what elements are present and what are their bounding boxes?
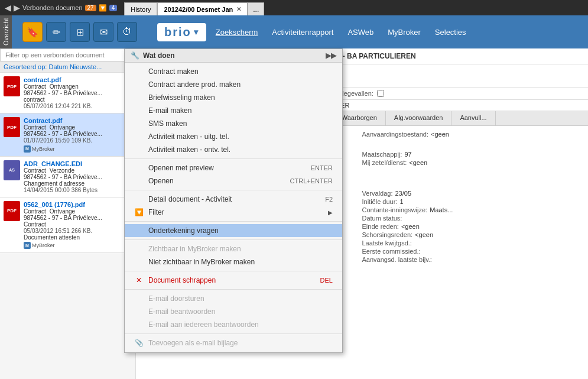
count-badge: 27 bbox=[85, 5, 96, 11]
context-section-6: ✕ Document schrappen DEL bbox=[125, 271, 342, 290]
mybroker-badge: M MyBroker bbox=[24, 242, 55, 249]
list-item[interactable]: AS ADR_CHANGE.EDI Contract Verzonde 9874… bbox=[0, 157, 135, 197]
mybroker-icon: M bbox=[24, 242, 31, 249]
context-section-7: E-mail doorsturen E-mail beantwoorden E-… bbox=[125, 290, 342, 334]
context-item-bijlage: 📎 Toevoegen als e-mail bijlage bbox=[125, 336, 342, 349]
overzicht-label: Overzicht bbox=[0, 15, 12, 48]
mail-button[interactable]: ✉ bbox=[93, 22, 113, 42]
doc-filename: contract.pdf bbox=[24, 76, 132, 83]
context-section-2: Openen met preview ENTER Openen CTRL+ENT… bbox=[125, 159, 342, 190]
field-aanvangsd: Aanvangsd. laatste bijv.: bbox=[362, 256, 581, 263]
pdf-icon: PDF bbox=[4, 76, 20, 96]
context-item-niet-zichtbaar[interactable]: Niet zichtbaar in MyBroker maken bbox=[125, 255, 342, 268]
forward-icon[interactable]: ▶ bbox=[14, 3, 20, 12]
tab-history[interactable]: History bbox=[124, 2, 157, 15]
field-vervaldag: Vervaldag: 23/05 bbox=[362, 190, 581, 197]
pdf-icon: PDF bbox=[4, 117, 20, 137]
field-laatste-kwijtgsd: Laatste kwijtgsd.: bbox=[362, 239, 581, 247]
context-menu: 🔧 Wat doen ▶▶ Contract maken Contract an… bbox=[124, 48, 343, 353]
context-item-contract-andere[interactable]: Contract andere prod. maken bbox=[125, 78, 342, 91]
context-item-zichtbaar: Zichtbaar in MyBroker maken bbox=[125, 242, 342, 255]
document-list: PDF contract.pdf Contract Ontvangen 9874… bbox=[0, 73, 135, 379]
tab-contract[interactable]: 201242/00 Desmet Jan ✕ bbox=[157, 2, 248, 15]
context-item-filter[interactable]: 🔽 Filter ▶ bbox=[125, 206, 342, 219]
edi-icon: AS bbox=[4, 160, 20, 180]
context-item-sms[interactable]: SMS maken bbox=[125, 117, 342, 130]
mybroker-icon: M bbox=[24, 145, 31, 153]
context-item-activiteit-ontv[interactable]: Activiteit maken - ontv. tel. bbox=[125, 143, 342, 156]
tab-more-button[interactable]: ... bbox=[248, 2, 264, 15]
context-item-openen[interactable]: Openen CTRL+ENTER bbox=[125, 174, 342, 187]
main-area: Gesorteerd op: Datum Nieuwste... PDF con… bbox=[0, 48, 588, 379]
nav-mybroker[interactable]: MyBroker bbox=[388, 28, 421, 37]
edit-button[interactable]: ✏ bbox=[46, 22, 66, 42]
doc-filename: ADR_CHANGE.EDI bbox=[24, 160, 132, 167]
context-item-email-maken[interactable]: E-mail maken bbox=[125, 104, 342, 117]
nav-asweb[interactable]: ASWeb bbox=[347, 28, 373, 37]
pdf-icon: PDF bbox=[4, 201, 20, 221]
bookmark-button[interactable]: 🔖 bbox=[22, 22, 43, 42]
paperclip-icon: 📎 bbox=[134, 339, 144, 347]
wrench-icon: 🔧 bbox=[131, 51, 139, 60]
schadegevallen-checkbox[interactable] bbox=[377, 90, 384, 97]
back-icon[interactable]: ◀ bbox=[5, 3, 11, 12]
field-datum-status: Datum status: bbox=[362, 215, 581, 222]
context-item-briefwisseling[interactable]: Briefwisseling maken bbox=[125, 91, 342, 104]
context-item-activiteit-uitg[interactable]: Activiteit maken - uitg. tel. bbox=[125, 130, 342, 143]
brio-logo: brio ▾ bbox=[157, 23, 206, 41]
context-item-ondertekening[interactable]: Ondertekening vragen bbox=[125, 224, 342, 237]
nav-links: Zoekscherm Activiteitenrapport ASWeb MyB… bbox=[216, 15, 466, 48]
doc-filename: 0562_001 (1776).pdf bbox=[24, 201, 132, 208]
doc-filename: Contract.pdf bbox=[24, 117, 132, 124]
field-mij-maatschappij: Maatschappij: 97 bbox=[362, 151, 581, 158]
submenu-arrow-icon: ▶ bbox=[328, 209, 333, 216]
nav-activiteitenrapport[interactable]: Activiteitenrapport bbox=[272, 28, 333, 37]
list-item[interactable]: PDF 0562_001 (1776).pdf Contract Ontvang… bbox=[0, 197, 135, 254]
toolbar-left: 🔖 ✏ ⊞ ✉ ⏱ bbox=[12, 15, 148, 48]
tab-close-icon[interactable]: ✕ bbox=[236, 6, 241, 12]
tab-alg-voorwaarden[interactable]: Alg.voorwaarden bbox=[386, 111, 452, 125]
context-menu-header: 🔧 Wat doen ▶▶ bbox=[125, 49, 342, 63]
top-bar: ◀ ▶ Verbonden documen 27 🔽 4 History 201… bbox=[0, 0, 588, 15]
nav-selecties[interactable]: Selecties bbox=[435, 28, 466, 37]
delete-icon: ✕ bbox=[134, 276, 144, 284]
field-inningswijze: Contante-inningswijze: Maats... bbox=[362, 206, 581, 213]
connected-docs-label: Verbonden documen 27 🔽 4 bbox=[22, 4, 117, 12]
field-aanvaardingstoestand: Aanvaardingstoestand: <geen bbox=[362, 131, 581, 138]
clock-button[interactable]: ⏱ bbox=[117, 22, 137, 42]
context-close-icon[interactable]: ▶▶ bbox=[326, 51, 336, 60]
context-item-email-doorsturen: E-mail doorsturen bbox=[125, 292, 342, 305]
field-initiele-duur: Initiële duur: 1 bbox=[362, 198, 581, 205]
sort-bar: Gesorteerd op: Datum Nieuwste... bbox=[0, 61, 135, 73]
context-section-5: Zichtbaar in MyBroker maken Niet zichtba… bbox=[125, 240, 342, 271]
list-item[interactable]: PDF contract.pdf Contract Ontvangen 9874… bbox=[0, 73, 135, 114]
field-eerste-commissied: Eerste commissied.: bbox=[362, 248, 581, 255]
context-item-schrappen[interactable]: ✕ Document schrappen DEL bbox=[125, 274, 342, 287]
context-item-detail[interactable]: Detail document - Activiteit F2 bbox=[125, 193, 342, 206]
tab-bar: History 201242/00 Desmet Jan ✕ ... bbox=[124, 0, 264, 15]
filter-icon: 🔽 bbox=[134, 208, 144, 216]
field-schorsingsreden: Schorsingsreden: <geen bbox=[362, 231, 581, 238]
tab-aanvull[interactable]: Aanvull... bbox=[451, 111, 495, 125]
filter-badge: 4 bbox=[109, 5, 118, 11]
logo-dropdown[interactable]: ▾ bbox=[194, 27, 199, 37]
copy-button[interactable]: ⊞ bbox=[70, 22, 90, 42]
context-section-4: Ondertekening vragen bbox=[125, 222, 342, 240]
list-item[interactable]: PDF Contract.pdf Contract Ontvange 98745… bbox=[0, 114, 135, 157]
brio-logo-area: brio ▾ bbox=[148, 15, 211, 48]
context-item-email-iedereen: E-mail aan iedereen beantwoorden bbox=[125, 318, 342, 331]
nav-zoekscherm[interactable]: Zoekscherm bbox=[216, 28, 258, 37]
context-section-3: Detail document - Activiteit F2 🔽 Filter… bbox=[125, 190, 342, 222]
context-item-email-beantwoorden: E-mail beantwoorden bbox=[125, 305, 342, 318]
field-mij-zetel: Mij zetel/dienst: <geen bbox=[362, 159, 581, 166]
context-section-1: Contract maken Contract andere prod. mak… bbox=[125, 63, 342, 159]
filter-input[interactable] bbox=[0, 48, 135, 61]
left-panel: Gesorteerd op: Datum Nieuwste... PDF con… bbox=[0, 48, 136, 379]
context-item-openen-preview[interactable]: Openen met preview ENTER bbox=[125, 161, 342, 174]
mybroker-badge: M MyBroker bbox=[24, 145, 55, 153]
context-section-8: 📎 Toevoegen als e-mail bijlage bbox=[125, 334, 342, 352]
context-item-contract-maken[interactable]: Contract maken bbox=[125, 65, 342, 78]
field-einde-reden: Einde reden: <geen bbox=[362, 223, 581, 230]
